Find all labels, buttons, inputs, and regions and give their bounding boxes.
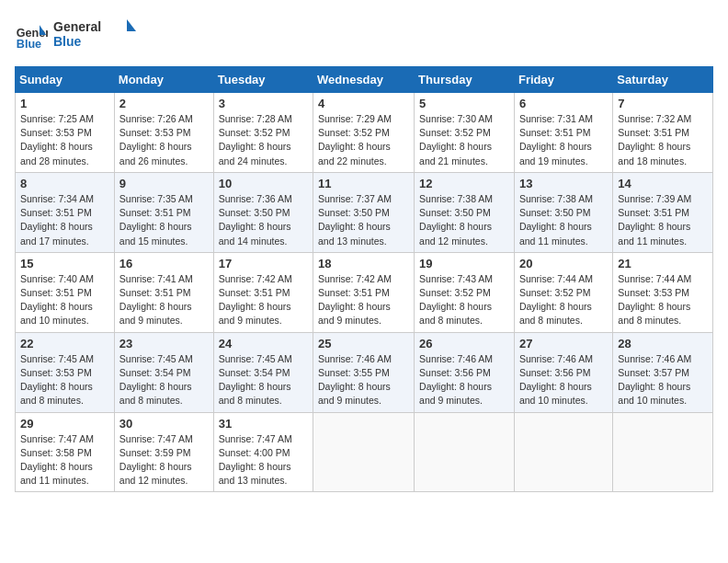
calendar-week-2: 8 Sunrise: 7:34 AM Sunset: 3:51 PM Dayli… <box>16 172 713 252</box>
header: General Blue General Blue <box>15 15 713 55</box>
day-number: 11 <box>318 177 409 190</box>
calendar-cell: 6 Sunrise: 7:31 AM Sunset: 3:51 PM Dayli… <box>514 93 612 173</box>
day-number: 8 <box>20 177 109 190</box>
calendar-cell <box>514 412 612 492</box>
calendar-cell: 21 Sunrise: 7:44 AM Sunset: 3:53 PM Dayl… <box>613 252 713 332</box>
day-info: Sunrise: 7:46 AM Sunset: 3:57 PM Dayligh… <box>618 352 708 408</box>
calendar-cell: 31 Sunrise: 7:47 AM Sunset: 4:00 PM Dayl… <box>213 412 313 492</box>
day-info: Sunrise: 7:45 AM Sunset: 3:54 PM Dayligh… <box>119 352 209 408</box>
calendar-cell <box>415 412 515 492</box>
calendar-cell: 27 Sunrise: 7:46 AM Sunset: 3:56 PM Dayl… <box>514 332 612 412</box>
day-number: 5 <box>419 97 509 110</box>
calendar-cell: 3 Sunrise: 7:28 AM Sunset: 3:52 PM Dayli… <box>213 93 313 173</box>
day-number: 1 <box>20 97 109 110</box>
day-info: Sunrise: 7:44 AM Sunset: 3:53 PM Dayligh… <box>618 272 708 328</box>
day-info: Sunrise: 7:26 AM Sunset: 3:53 PM Dayligh… <box>119 112 209 168</box>
logo-svg: General Blue <box>53 15 136 52</box>
svg-text:General: General <box>53 19 101 34</box>
calendar-week-4: 22 Sunrise: 7:45 AM Sunset: 3:53 PM Dayl… <box>16 332 713 412</box>
day-info: Sunrise: 7:40 AM Sunset: 3:51 PM Dayligh… <box>20 272 109 328</box>
day-header-saturday: Saturday <box>613 67 713 93</box>
svg-text:Blue: Blue <box>17 38 41 51</box>
svg-text:Blue: Blue <box>53 34 82 49</box>
day-header-friday: Friday <box>514 67 612 93</box>
calendar-cell: 30 Sunrise: 7:47 AM Sunset: 3:59 PM Dayl… <box>114 412 213 492</box>
day-number: 7 <box>618 97 708 110</box>
calendar-cell <box>313 412 415 492</box>
calendar-week-3: 15 Sunrise: 7:40 AM Sunset: 3:51 PM Dayl… <box>16 252 713 332</box>
day-info: Sunrise: 7:38 AM Sunset: 3:50 PM Dayligh… <box>419 192 509 248</box>
calendar-table: SundayMondayTuesdayWednesdayThursdayFrid… <box>15 66 713 492</box>
calendar-cell: 19 Sunrise: 7:43 AM Sunset: 3:52 PM Dayl… <box>415 252 515 332</box>
day-header-sunday: Sunday <box>16 67 115 93</box>
calendar-cell: 11 Sunrise: 7:37 AM Sunset: 3:50 PM Dayl… <box>313 172 415 252</box>
day-info: Sunrise: 7:38 AM Sunset: 3:50 PM Dayligh… <box>519 192 608 248</box>
logo: General Blue General Blue <box>15 15 136 55</box>
calendar-week-1: 1 Sunrise: 7:25 AM Sunset: 3:53 PM Dayli… <box>16 93 713 173</box>
day-number: 17 <box>219 257 308 270</box>
calendar-cell: 15 Sunrise: 7:40 AM Sunset: 3:51 PM Dayl… <box>16 252 115 332</box>
day-number: 27 <box>519 337 608 350</box>
day-info: Sunrise: 7:44 AM Sunset: 3:52 PM Dayligh… <box>519 272 608 328</box>
day-number: 28 <box>618 337 708 350</box>
day-info: Sunrise: 7:46 AM Sunset: 3:56 PM Dayligh… <box>519 352 608 408</box>
day-number: 6 <box>519 97 608 110</box>
day-header-wednesday: Wednesday <box>313 67 415 93</box>
day-info: Sunrise: 7:37 AM Sunset: 3:50 PM Dayligh… <box>318 192 409 248</box>
day-number: 18 <box>318 257 409 270</box>
calendar-cell <box>613 412 713 492</box>
day-info: Sunrise: 7:32 AM Sunset: 3:51 PM Dayligh… <box>618 112 708 168</box>
calendar-cell: 24 Sunrise: 7:45 AM Sunset: 3:54 PM Dayl… <box>213 332 313 412</box>
day-info: Sunrise: 7:47 AM Sunset: 3:59 PM Dayligh… <box>119 432 209 488</box>
day-info: Sunrise: 7:47 AM Sunset: 4:00 PM Dayligh… <box>219 432 308 488</box>
day-number: 25 <box>318 337 409 350</box>
calendar-cell: 28 Sunrise: 7:46 AM Sunset: 3:57 PM Dayl… <box>613 332 713 412</box>
calendar-cell: 5 Sunrise: 7:30 AM Sunset: 3:52 PM Dayli… <box>415 93 515 173</box>
day-number: 3 <box>219 97 308 110</box>
day-info: Sunrise: 7:34 AM Sunset: 3:51 PM Dayligh… <box>20 192 109 248</box>
logo-icon: General Blue <box>15 18 48 52</box>
day-number: 31 <box>219 417 308 431</box>
day-header-tuesday: Tuesday <box>213 67 313 93</box>
day-number: 9 <box>119 177 209 190</box>
day-info: Sunrise: 7:46 AM Sunset: 3:55 PM Dayligh… <box>318 352 409 408</box>
svg-marker-5 <box>127 19 136 31</box>
day-info: Sunrise: 7:43 AM Sunset: 3:52 PM Dayligh… <box>419 272 509 328</box>
day-info: Sunrise: 7:45 AM Sunset: 3:53 PM Dayligh… <box>20 352 109 408</box>
day-info: Sunrise: 7:35 AM Sunset: 3:51 PM Dayligh… <box>119 192 209 248</box>
day-number: 12 <box>419 177 509 190</box>
day-info: Sunrise: 7:42 AM Sunset: 3:51 PM Dayligh… <box>219 272 308 328</box>
calendar-cell: 29 Sunrise: 7:47 AM Sunset: 3:58 PM Dayl… <box>16 412 115 492</box>
day-info: Sunrise: 7:30 AM Sunset: 3:52 PM Dayligh… <box>419 112 509 168</box>
day-number: 22 <box>20 337 109 350</box>
day-info: Sunrise: 7:31 AM Sunset: 3:51 PM Dayligh… <box>519 112 608 168</box>
calendar-cell: 26 Sunrise: 7:46 AM Sunset: 3:56 PM Dayl… <box>415 332 515 412</box>
day-number: 2 <box>119 97 209 110</box>
calendar-cell: 18 Sunrise: 7:42 AM Sunset: 3:51 PM Dayl… <box>313 252 415 332</box>
calendar-cell: 1 Sunrise: 7:25 AM Sunset: 3:53 PM Dayli… <box>16 93 115 173</box>
calendar-cell: 17 Sunrise: 7:42 AM Sunset: 3:51 PM Dayl… <box>213 252 313 332</box>
calendar-week-5: 29 Sunrise: 7:47 AM Sunset: 3:58 PM Dayl… <box>16 412 713 492</box>
day-number: 24 <box>219 337 308 350</box>
day-info: Sunrise: 7:39 AM Sunset: 3:51 PM Dayligh… <box>618 192 708 248</box>
calendar-body: 1 Sunrise: 7:25 AM Sunset: 3:53 PM Dayli… <box>16 93 713 492</box>
day-info: Sunrise: 7:25 AM Sunset: 3:53 PM Dayligh… <box>20 112 109 168</box>
calendar-cell: 8 Sunrise: 7:34 AM Sunset: 3:51 PM Dayli… <box>16 172 115 252</box>
day-number: 16 <box>119 257 209 270</box>
calendar-cell: 16 Sunrise: 7:41 AM Sunset: 3:51 PM Dayl… <box>114 252 213 332</box>
day-number: 13 <box>519 177 608 190</box>
day-number: 21 <box>618 257 708 270</box>
day-info: Sunrise: 7:42 AM Sunset: 3:51 PM Dayligh… <box>318 272 409 328</box>
calendar-cell: 22 Sunrise: 7:45 AM Sunset: 3:53 PM Dayl… <box>16 332 115 412</box>
day-number: 4 <box>318 97 409 110</box>
day-header-thursday: Thursday <box>415 67 515 93</box>
day-info: Sunrise: 7:28 AM Sunset: 3:52 PM Dayligh… <box>219 112 308 168</box>
calendar-cell: 7 Sunrise: 7:32 AM Sunset: 3:51 PM Dayli… <box>613 93 713 173</box>
calendar-cell: 12 Sunrise: 7:38 AM Sunset: 3:50 PM Dayl… <box>415 172 515 252</box>
day-number: 14 <box>618 177 708 190</box>
day-info: Sunrise: 7:29 AM Sunset: 3:52 PM Dayligh… <box>318 112 409 168</box>
day-info: Sunrise: 7:36 AM Sunset: 3:50 PM Dayligh… <box>219 192 308 248</box>
calendar-cell: 2 Sunrise: 7:26 AM Sunset: 3:53 PM Dayli… <box>114 93 213 173</box>
day-number: 23 <box>119 337 209 350</box>
day-info: Sunrise: 7:46 AM Sunset: 3:56 PM Dayligh… <box>419 352 509 408</box>
